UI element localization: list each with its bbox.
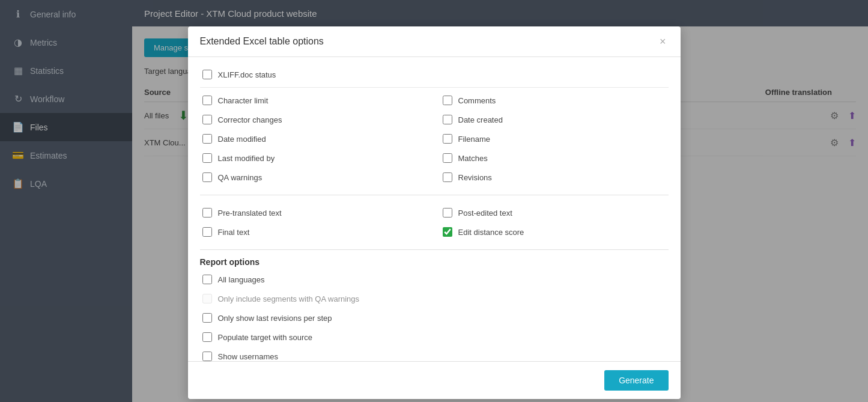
filename-option: Filename xyxy=(440,131,669,147)
revisions-option: Revisions xyxy=(440,169,669,185)
qa-warnings-option: QA warnings xyxy=(200,169,428,185)
only-last-revisions-label[interactable]: Only show last revisions per step xyxy=(218,314,332,323)
generate-button[interactable]: Generate xyxy=(604,370,668,391)
revisions-label[interactable]: Revisions xyxy=(458,173,492,182)
date-created-label[interactable]: Date created xyxy=(458,115,503,124)
character-limit-checkbox[interactable] xyxy=(202,96,212,105)
all-languages-checkbox[interactable] xyxy=(202,275,212,284)
section-divider xyxy=(200,249,669,250)
revisions-checkbox[interactable] xyxy=(443,172,452,182)
matches-checkbox[interactable] xyxy=(443,153,452,163)
only-last-revisions-option: Only show last revisions per step xyxy=(200,310,669,326)
qa-warnings-checkbox[interactable] xyxy=(202,172,212,182)
last-modified-by-checkbox[interactable] xyxy=(202,153,212,163)
options-grid: Character limit Comments Corrector chang… xyxy=(200,90,669,187)
all-languages-option: All languages xyxy=(200,272,669,287)
pre-translated-text-option: Pre-translated text xyxy=(200,205,428,221)
final-text-option: Final text xyxy=(200,224,428,240)
date-modified-label[interactable]: Date modified xyxy=(218,135,266,144)
pre-translated-text-label[interactable]: Pre-translated text xyxy=(218,209,282,218)
modal-body: XLIFF.doc status Character limit Comment… xyxy=(188,57,681,361)
modal-footer: Generate xyxy=(188,361,681,399)
modal-overlay: Extended Excel table options × XLIFF.doc… xyxy=(132,0,868,402)
comments-checkbox[interactable] xyxy=(443,96,452,105)
xliff-status-checkbox[interactable] xyxy=(202,70,212,79)
post-edited-text-option: Post-edited text xyxy=(440,205,669,221)
post-edited-text-label[interactable]: Post-edited text xyxy=(458,209,512,218)
date-created-checkbox[interactable] xyxy=(443,115,452,124)
last-modified-by-label[interactable]: Last modified by xyxy=(218,154,275,163)
date-modified-option: Date modified xyxy=(200,131,428,147)
options-divider xyxy=(200,195,669,195)
show-usernames-option: Show usernames xyxy=(200,349,669,361)
filename-checkbox[interactable] xyxy=(443,134,452,144)
all-languages-label[interactable]: All languages xyxy=(218,275,265,284)
comments-label[interactable]: Comments xyxy=(458,96,496,105)
corrector-changes-label[interactable]: Corrector changes xyxy=(218,115,282,124)
xliff-status-option: XLIFF.doc status xyxy=(200,64,669,88)
only-last-revisions-checkbox[interactable] xyxy=(202,313,212,323)
corrector-changes-checkbox[interactable] xyxy=(202,115,212,124)
matches-option: Matches xyxy=(440,150,669,166)
only-qa-warnings-checkbox[interactable] xyxy=(202,294,212,303)
final-text-checkbox[interactable] xyxy=(202,227,212,237)
main-content: Project Editor - XTM Cloud product websi… xyxy=(132,0,868,402)
edit-distance-score-option: Edit distance score xyxy=(440,224,669,240)
xliff-status-label[interactable]: XLIFF.doc status xyxy=(218,70,276,79)
final-text-label[interactable]: Final text xyxy=(218,228,250,237)
text-options-grid: Pre-translated text Post-edited text Fin… xyxy=(200,203,669,242)
comments-option: Comments xyxy=(440,93,669,108)
populate-target-checkbox[interactable] xyxy=(202,332,212,342)
show-usernames-checkbox[interactable] xyxy=(202,352,212,361)
corrector-changes-option: Corrector changes xyxy=(200,112,428,127)
only-qa-warnings-label: Only include segments with QA warnings xyxy=(218,294,360,303)
post-edited-text-checkbox[interactable] xyxy=(443,208,452,218)
modal-close-button[interactable]: × xyxy=(657,36,669,47)
modal-header: Extended Excel table options × xyxy=(188,26,681,57)
edit-distance-score-label[interactable]: Edit distance score xyxy=(458,228,524,237)
report-options-list: All languages Only include segments with… xyxy=(200,272,669,361)
xliff-status-checkbox-item: XLIFF.doc status xyxy=(200,67,669,82)
filename-label[interactable]: Filename xyxy=(458,135,490,144)
date-modified-checkbox[interactable] xyxy=(202,134,212,144)
qa-warnings-label[interactable]: QA warnings xyxy=(218,173,263,182)
modal-dialog: Extended Excel table options × XLIFF.doc… xyxy=(188,26,681,399)
only-qa-warnings-option: Only include segments with QA warnings xyxy=(200,291,669,306)
pre-translated-text-checkbox[interactable] xyxy=(202,208,212,218)
character-limit-option: Character limit xyxy=(200,93,428,108)
date-created-option: Date created xyxy=(440,112,669,127)
edit-distance-score-checkbox[interactable] xyxy=(443,227,452,237)
report-options-heading: Report options xyxy=(200,257,669,267)
character-limit-label[interactable]: Character limit xyxy=(218,96,269,105)
populate-target-option: Populate target with source xyxy=(200,329,669,345)
matches-label[interactable]: Matches xyxy=(458,154,488,163)
populate-target-label[interactable]: Populate target with source xyxy=(218,333,313,342)
modal-title: Extended Excel table options xyxy=(200,36,324,47)
last-modified-by-option: Last modified by xyxy=(200,150,428,166)
show-usernames-label[interactable]: Show usernames xyxy=(218,352,278,361)
